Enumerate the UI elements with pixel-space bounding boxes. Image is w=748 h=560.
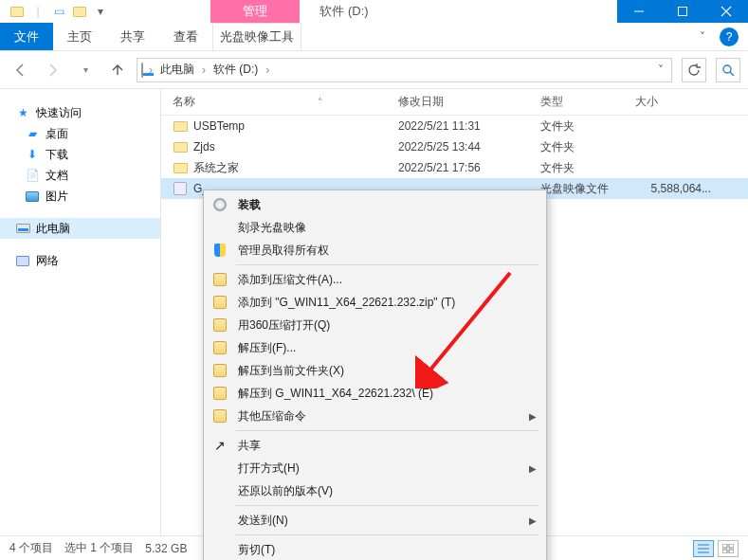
navigation-pane: ★ 快速访问 ▰ 桌面 ⬇ 下载 📄 文档 图片 此电脑 网络 — [0, 89, 161, 535]
nav-back-button[interactable] — [8, 57, 34, 83]
ctx-burn[interactable]: 刻录光盘映像 — [204, 216, 546, 239]
blank-icon — [211, 219, 228, 236]
close-button[interactable] — [704, 0, 748, 23]
address-dropdown-icon[interactable]: ˅ — [658, 63, 667, 77]
blank-icon — [211, 460, 228, 477]
sidebar-item-pictures[interactable]: 图片 — [0, 186, 160, 207]
sidebar-item-downloads[interactable]: ⬇ 下载 — [0, 144, 160, 165]
ctx-open-360[interactable]: 用360压缩打开(Q) — [204, 314, 546, 336]
download-icon: ⬇ — [25, 147, 40, 162]
col-type[interactable]: 类型 — [540, 94, 635, 110]
submenu-arrow-icon: ▶ — [529, 463, 537, 474]
desktop-icon: ▰ — [25, 126, 40, 141]
table-row[interactable]: USBTemp 2022/5/21 11:31 文件夹 — [161, 116, 748, 136]
archive-icon — [211, 271, 228, 288]
col-size[interactable]: 大小 — [635, 94, 711, 110]
mount-icon — [211, 196, 228, 213]
file-date: 2022/5/21 11:31 — [398, 119, 540, 133]
sidebar-item-documents[interactable]: 📄 文档 — [0, 165, 160, 186]
col-date[interactable]: 修改日期 — [398, 94, 540, 110]
picture-icon — [25, 189, 40, 204]
search-button[interactable] — [716, 58, 740, 82]
minimize-button[interactable] — [617, 0, 661, 23]
ctx-extract-to[interactable]: 解压到(F)... — [204, 336, 546, 359]
ctx-label: 发送到(N) — [238, 513, 288, 529]
svg-rect-10 — [722, 544, 727, 548]
sidebar-label: 桌面 — [46, 126, 68, 142]
tab-share[interactable]: 共享 — [106, 23, 159, 50]
column-headers: 名称 ˄ 修改日期 类型 大小 — [161, 89, 748, 116]
ctx-label: 还原以前的版本(V) — [238, 483, 333, 499]
ctx-add-archive[interactable]: 添加到压缩文件(A)... — [204, 268, 546, 291]
nav-history-dropdown[interactable]: ▾ — [72, 57, 99, 83]
share-icon: ↗ — [211, 437, 228, 454]
breadcrumb-thispc[interactable]: 此电脑 — [158, 62, 196, 78]
ctx-share[interactable]: ↗共享 — [204, 434, 546, 457]
folder-icon — [173, 139, 188, 154]
refresh-button[interactable] — [682, 58, 706, 82]
ctx-mount[interactable]: 装载 — [204, 193, 546, 216]
col-name-label: 名称 — [173, 94, 195, 110]
file-type: 文件夹 — [540, 118, 635, 135]
tab-view[interactable]: 查看 — [159, 23, 212, 50]
sidebar-network[interactable]: 网络 — [0, 250, 160, 271]
file-name: USBTemp — [193, 119, 245, 133]
sidebar-label: 图片 — [46, 189, 68, 205]
folder-icon — [173, 118, 188, 134]
network-icon — [15, 253, 30, 268]
tab-file[interactable]: 文件 — [0, 23, 53, 50]
svg-rect-11 — [729, 544, 734, 548]
ctx-add-named-zip[interactable]: 添加到 "G_WIN11_X64_22621.232.zip" (T) — [204, 291, 546, 314]
table-row[interactable]: Zjds 2022/5/25 13:44 文件夹 — [161, 136, 748, 157]
context-tab-group: 管理 软件 (D:) — [210, 0, 389, 23]
sidebar-quick-access[interactable]: ★ 快速访问 — [0, 102, 160, 123]
tab-disc-tools[interactable]: 光盘映像工具 — [212, 23, 301, 50]
sidebar-label: 此电脑 — [36, 221, 70, 237]
file-name: 系统之家 — [193, 160, 239, 176]
help-icon[interactable]: ? — [720, 27, 739, 46]
view-details-button[interactable] — [693, 540, 714, 557]
quick-access-toolbar: | ▭ ▾ 管理 软件 (D:) — [0, 0, 748, 23]
ribbon-collapse-icon[interactable]: ˅ — [693, 27, 712, 46]
ctx-extract-here[interactable]: 解压到当前文件夹(X) — [204, 359, 546, 382]
status-item-count: 4 个项目 — [9, 540, 53, 556]
archive-icon — [211, 407, 228, 425]
nav-up-button[interactable] — [104, 57, 131, 83]
address-bar[interactable]: › 此电脑 › 软件 (D:) › ˅ — [137, 58, 672, 82]
ctx-extract-named[interactable]: 解压到 G_WIN11_X64_22621.232\ (E) — [204, 382, 546, 405]
ctx-label: 解压到当前文件夹(X) — [238, 363, 344, 379]
qat-customize-icon[interactable]: ▾ — [93, 4, 108, 19]
ctx-label: 管理员取得所有权 — [238, 243, 329, 259]
sidebar-thispc[interactable]: 此电脑 — [0, 218, 160, 239]
context-tab-manage[interactable]: 管理 — [210, 0, 300, 23]
ctx-label: 其他压缩命令 — [238, 408, 306, 425]
ctx-cut[interactable]: 剪切(T) — [204, 538, 546, 560]
extract-icon — [211, 385, 228, 402]
view-large-button[interactable] — [718, 540, 739, 557]
breadcrumb-drive[interactable]: 软件 (D:) — [211, 62, 260, 78]
maximize-button[interactable] — [661, 0, 704, 23]
nav-forward-button[interactable] — [40, 57, 66, 83]
ctx-separator — [236, 505, 538, 506]
properties-icon[interactable]: ▭ — [51, 4, 66, 19]
ctx-admin-own[interactable]: 管理员取得所有权 — [204, 239, 546, 262]
ctx-restore-prev[interactable]: 还原以前的版本(V) — [204, 479, 546, 502]
sidebar-item-desktop[interactable]: ▰ 桌面 — [0, 123, 160, 144]
file-size: 5,588,064... — [635, 182, 711, 195]
ctx-label: 装载 — [238, 197, 261, 213]
table-row[interactable]: 系统之家 2022/5/21 17:56 文件夹 — [161, 157, 748, 178]
file-type: 文件夹 — [540, 139, 635, 155]
ctx-other-compress[interactable]: 其他压缩命令▶ — [204, 405, 546, 427]
ctx-open-with[interactable]: 打开方式(H)▶ — [204, 457, 546, 479]
new-folder-icon[interactable] — [72, 4, 87, 19]
view-switcher — [693, 540, 739, 557]
folder-app-icon — [9, 4, 25, 19]
folder-icon — [173, 160, 188, 175]
document-icon: 📄 — [25, 168, 40, 183]
tab-home[interactable]: 主页 — [53, 23, 106, 50]
svg-rect-12 — [722, 550, 727, 553]
status-size: 5.32 GB — [145, 542, 187, 555]
ctx-send-to[interactable]: 发送到(N)▶ — [204, 509, 546, 532]
svg-rect-1 — [679, 8, 687, 16]
col-name[interactable]: 名称 ˄ — [161, 94, 398, 110]
